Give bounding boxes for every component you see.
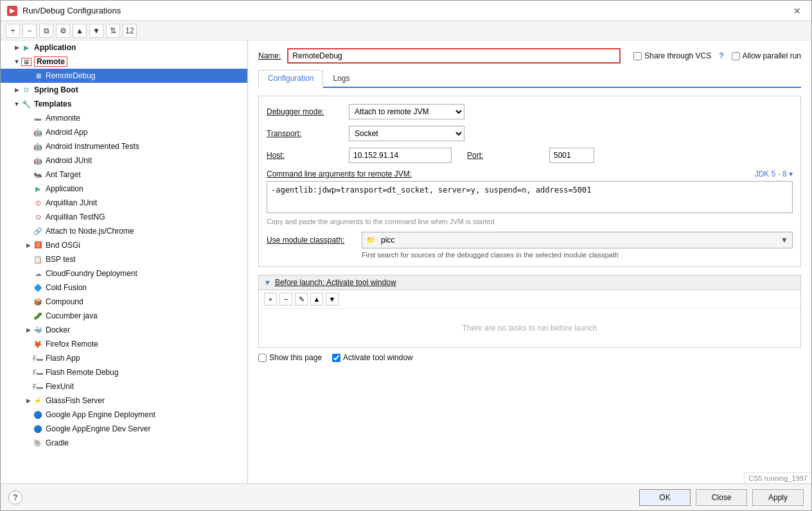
port-input[interactable]	[549, 148, 594, 163]
debugger-mode-select[interactable]: Attach to remote JVM Listen to remote JV…	[349, 104, 464, 119]
port-label: Port:	[467, 151, 544, 160]
tree-item-flexunit[interactable]: F▬ FlexUnit	[1, 379, 247, 394]
transport-select[interactable]: Socket Shared memory	[349, 126, 464, 141]
bl-up-button[interactable]: ▲	[310, 293, 323, 306]
share-vcs-option[interactable]: Share through VCS	[633, 51, 711, 60]
module-row: Use module classpath: 📁 picc ▼	[267, 232, 793, 248]
tree-item-flashapp[interactable]: F▬ Flash App	[1, 351, 247, 365]
ok-button[interactable]: OK	[639, 489, 691, 506]
tree-item-remotedebug[interactable]: 🖥 RemoteDebug	[1, 69, 247, 83]
parallel-run-checkbox[interactable]	[732, 52, 740, 60]
help-button[interactable]: ?	[8, 490, 22, 505]
show-page-checkbox[interactable]	[258, 354, 267, 362]
tab-logs[interactable]: Logs	[323, 70, 359, 87]
arrow-remote: ▼	[12, 57, 21, 66]
tree-item-androidjunit[interactable]: 🤖 Android JUnit	[1, 153, 247, 168]
tab-configuration[interactable]: Configuration	[258, 70, 323, 88]
activate-window-option[interactable]: Activate tool window	[332, 353, 413, 362]
icon-cloudfoundry: ☁	[33, 268, 43, 279]
tree-item-flashremotedebug[interactable]: F▬ Flash Remote Debug	[1, 365, 247, 379]
tree-item-application[interactable]: ▶ ▶ Application	[1, 40, 247, 55]
tree-item-templates[interactable]: ▼ 🔧 Templates	[1, 97, 247, 111]
arrow-firefoxremote	[24, 340, 33, 349]
move-up-button[interactable]: ▲	[73, 24, 87, 38]
transport-label: Transport:	[267, 129, 344, 138]
tree-item-ammonite[interactable]: ▬ Ammonite	[1, 111, 247, 125]
label-attachnode: Attach to Node.js/Chrome	[46, 227, 134, 236]
module-select-wrap: 📁 picc ▼	[362, 232, 793, 248]
settings-button[interactable]: ⚙	[56, 24, 70, 38]
debugger-mode-row: Debugger mode: Attach to remote JVM List…	[267, 104, 793, 119]
tree-item-arquillianjunit[interactable]: ⊙ Arquillian JUnit	[1, 196, 247, 210]
tree-item-firefoxremote[interactable]: 🦊 Firefox Remote	[1, 337, 247, 351]
tree-item-arquilliantestng[interactable]: ⊙ Arquillian TestNG	[1, 210, 247, 224]
tree-item-glassfish[interactable]: ▶ ⚡ GlassFish Server	[1, 394, 247, 408]
bl-remove-button[interactable]: −	[279, 293, 292, 306]
bl-edit-button[interactable]: ✎	[295, 293, 308, 306]
host-input[interactable]	[349, 148, 452, 163]
activate-window-checkbox[interactable]	[332, 354, 340, 362]
icon-arquilliantestng: ⊙	[33, 212, 43, 222]
label-bsptest: BSP test	[46, 255, 75, 264]
close-dialog-button[interactable]: Close	[696, 489, 747, 506]
tree-item-gradle[interactable]: 🐘 Gradle	[1, 436, 247, 450]
tree-item-compound[interactable]: 📦 Compound	[1, 295, 247, 309]
before-launch-collapse-icon[interactable]: ▼	[264, 279, 271, 286]
tree-item-bsptest[interactable]: 📋 BSP test	[1, 252, 247, 266]
before-launch-header: ▼ Before launch: Activate tool window	[259, 275, 800, 290]
tree-item-attachnode[interactable]: 🔗 Attach to Node.js/Chrome	[1, 224, 247, 238]
num-button[interactable]: 12	[123, 24, 137, 38]
icon-remote: 🖥	[21, 56, 31, 67]
module-select[interactable]: 📁 picc ▼	[362, 232, 793, 248]
module-label: Use module classpath:	[267, 236, 357, 245]
title-bar: ▶ Run/Debug Configurations ✕	[1, 1, 811, 21]
icon-googleappengine: 🔵	[33, 410, 43, 420]
arrow-googleappengine	[24, 410, 33, 419]
module-folder-icon: 📁	[366, 236, 376, 245]
watermark: CS5 running_1997	[744, 472, 811, 483]
tree-item-cucumberjava[interactable]: 🥒 Cucumber java	[1, 309, 247, 323]
arrow-googleappenginedev	[24, 424, 33, 433]
tree-item-anttarget[interactable]: 🐜 Ant Target	[1, 168, 247, 182]
show-page-label: Show this page	[269, 353, 322, 362]
remove-config-button[interactable]: −	[22, 24, 37, 38]
copy-config-button[interactable]: ⧉	[39, 24, 53, 38]
icon-glassfish: ⚡	[33, 395, 43, 406]
move-down-button[interactable]: ▼	[89, 24, 103, 38]
tree-item-bndosgi[interactable]: ▶ 🅱 Bnd OSGi	[1, 238, 247, 252]
arrow-arquilliantestng	[24, 212, 33, 221]
close-button[interactable]: ✕	[790, 4, 805, 17]
label-googleappenginedev: Google AppEngine Dev Server	[46, 424, 150, 433]
tree-item-cloudfoundry[interactable]: ☁ CloudFoundry Deployment	[1, 266, 247, 281]
label-arquilliantestng: Arquillian TestNG	[46, 212, 105, 221]
cmd-textarea[interactable]: -agentlib:jdwp=transport=dt_socket, serv…	[267, 181, 793, 213]
tree-item-coldfusion[interactable]: 🔷 Cold Fusion	[1, 281, 247, 295]
host-port-row: Host: Port:	[267, 148, 793, 163]
label-templates: Templates	[34, 100, 71, 108]
tree-item-docker[interactable]: ▶ 🐳 Docker	[1, 323, 247, 337]
tree-item-springboot[interactable]: ▶ ⚙ Spring Boot	[1, 83, 247, 97]
tree-item-application2[interactable]: ▶ Application	[1, 182, 247, 196]
tree-item-androidinstr[interactable]: 🤖 Android Instrumented Tests	[1, 139, 247, 153]
tree-item-remote[interactable]: ▼ 🖥 Remote	[1, 55, 247, 69]
tree-item-androidapp[interactable]: 🤖 Android App	[1, 125, 247, 139]
jdk-link[interactable]: JDK 5 - 8 ▾	[755, 169, 793, 178]
icon-bndosgi: 🅱	[33, 240, 43, 250]
name-row: Name: Share through VCS ? Allow parallel…	[258, 48, 801, 64]
sort-button[interactable]: ⇅	[106, 24, 120, 38]
bl-down-button[interactable]: ▼	[326, 293, 339, 306]
apply-button[interactable]: Apply	[752, 489, 804, 506]
name-input[interactable]	[287, 48, 621, 64]
share-vcs-checkbox[interactable]	[633, 52, 642, 60]
tree-item-googleappengine[interactable]: 🔵 Google App Engine Deployment	[1, 408, 247, 422]
icon-application2: ▶	[33, 184, 43, 194]
bl-add-button[interactable]: +	[264, 293, 277, 306]
icon-androidinstr: 🤖	[33, 141, 43, 152]
show-page-option[interactable]: Show this page	[258, 353, 322, 362]
add-config-button[interactable]: +	[6, 24, 20, 38]
header-help-icon[interactable]: ?	[719, 51, 723, 60]
parallel-run-option[interactable]: Allow parallel run	[732, 51, 801, 60]
tree-item-googleappenginedev[interactable]: 🔵 Google AppEngine Dev Server	[1, 422, 247, 436]
config-section: Debugger mode: Attach to remote JVM List…	[258, 96, 801, 267]
label-remote: Remote	[34, 56, 67, 67]
